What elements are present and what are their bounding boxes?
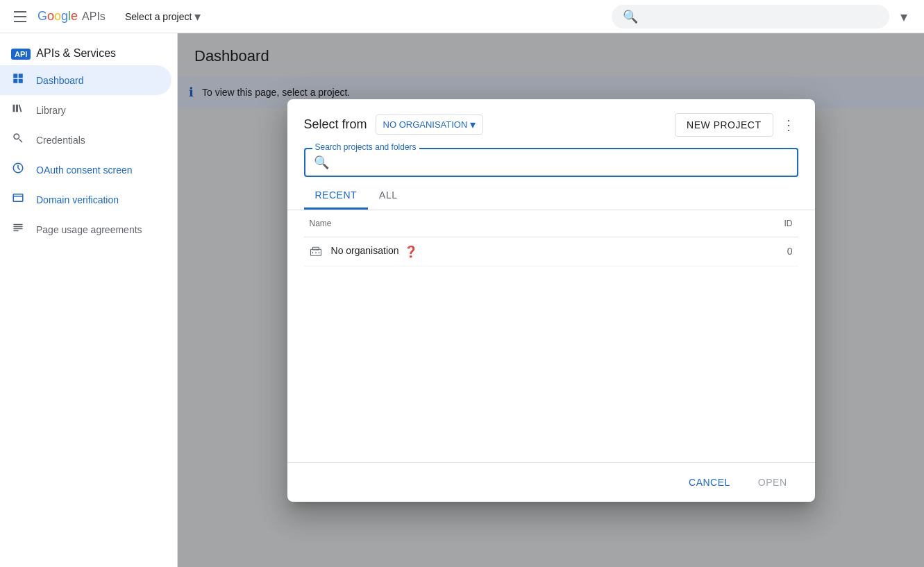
apps-button[interactable]: ▾ — [895, 3, 913, 31]
svg-rect-1 — [19, 74, 23, 78]
row-org-name: No organisation — [331, 245, 399, 256]
search-field-wrapper: 🔍 — [304, 148, 798, 177]
page-usage-icon — [11, 221, 25, 237]
credentials-icon — [11, 132, 25, 148]
dialog-title-group: Select from NO ORGANISATION ▾ — [304, 115, 484, 135]
svg-rect-10 — [312, 247, 319, 250]
app-layout: API APIs & Services Dashboard Library Cr… — [0, 33, 924, 567]
dashboard-icon — [11, 72, 25, 88]
row-id-cell: 0 — [729, 237, 798, 266]
col-header-id: ID — [729, 210, 798, 237]
project-selector-label: Select a project — [125, 11, 192, 22]
apis-text: APIs — [82, 10, 106, 23]
dialog-header: Select from NO ORGANISATION ▾ NEW PROJEC… — [287, 99, 815, 148]
sidebar-item-credentials[interactable]: Credentials — [0, 125, 171, 155]
oauth-icon — [11, 162, 25, 178]
table-row[interactable]: No organisation ❓ 0 — [304, 237, 798, 266]
new-project-button[interactable]: NEW PROJECT — [675, 113, 773, 137]
search-container: Search projects and folders 🔍 — [287, 148, 815, 183]
topbar: Google APIs Select a project ▾ 🔍 ▾ — [0, 0, 924, 33]
sidebar-item-label-domain: Domain verification — [36, 194, 119, 205]
library-icon — [11, 102, 25, 118]
svg-rect-8 — [13, 194, 23, 202]
sidebar-item-dashboard[interactable]: Dashboard — [0, 65, 171, 95]
tab-all[interactable]: ALL — [368, 183, 408, 210]
org-selector-chip[interactable]: NO ORGANISATION ▾ — [376, 115, 484, 135]
sidebar-item-library[interactable]: Library — [0, 95, 171, 125]
tab-recent[interactable]: RECENT — [304, 183, 369, 210]
col-header-name: Name — [304, 210, 730, 237]
sidebar-item-label-library: Library — [36, 105, 66, 116]
open-button: OPEN — [747, 471, 798, 493]
select-project-dialog: Select from NO ORGANISATION ▾ NEW PROJEC… — [287, 99, 815, 502]
dialog-tabs: RECENT ALL — [287, 183, 815, 210]
sidebar-item-page-usage[interactable]: Page usage agreements — [0, 214, 171, 244]
search-field-label: Search projects and folders — [312, 142, 419, 152]
svg-point-6 — [14, 134, 19, 139]
search-field-icon: 🔍 — [314, 155, 329, 170]
more-options-button[interactable]: ⋮ — [779, 114, 798, 136]
sidebar-item-domain[interactable]: Domain verification — [0, 185, 171, 214]
topbar-right: 🔍 ▾ — [612, 3, 913, 31]
projects-table: Name ID No organisation — [304, 210, 798, 266]
sidebar-item-label-page-usage: Page usage agreements — [36, 224, 142, 235]
dialog-footer: CANCEL OPEN — [287, 462, 815, 502]
projects-table-container: Name ID No organisation — [287, 210, 815, 462]
cancel-button[interactable]: CANCEL — [678, 471, 741, 493]
dialog-overlay: Select from NO ORGANISATION ▾ NEW PROJEC… — [178, 33, 924, 567]
project-selector[interactable]: Select a project ▾ — [119, 6, 207, 27]
api-badge: API — [11, 49, 31, 60]
org-chip-arrow: ▾ — [470, 118, 476, 131]
help-icon[interactable]: ❓ — [404, 246, 418, 257]
project-dropdown-arrow: ▾ — [194, 9, 201, 24]
dialog-header-actions: NEW PROJECT ⋮ — [675, 113, 798, 137]
google-apis-logo: Google APIs — [37, 9, 106, 24]
main-content: Dashboard ℹ To view this page, select a … — [178, 33, 924, 567]
row-name-cell: No organisation ❓ — [304, 237, 730, 266]
hamburger-menu[interactable] — [11, 8, 29, 25]
sidebar-item-label-dashboard: Dashboard — [36, 75, 84, 86]
google-logo: Google — [37, 9, 78, 24]
sidebar-item-oauth[interactable]: OAuth consent screen — [0, 155, 171, 185]
sidebar: API APIs & Services Dashboard Library Cr… — [0, 33, 178, 567]
svg-rect-3 — [19, 79, 23, 83]
row-org-icon — [310, 244, 326, 258]
svg-rect-5 — [16, 105, 18, 112]
svg-rect-2 — [13, 79, 17, 83]
sidebar-header: API APIs & Services — [0, 39, 177, 65]
sidebar-item-label-credentials: Credentials — [36, 135, 85, 146]
domain-icon — [11, 192, 25, 208]
sidebar-title: APIs & Services — [36, 47, 116, 59]
search-projects-input[interactable] — [335, 157, 789, 168]
svg-rect-0 — [13, 74, 17, 78]
top-search-bar[interactable]: 🔍 — [612, 5, 889, 28]
org-chip-label: NO ORGANISATION — [383, 119, 468, 130]
dialog-title-text: Select from — [304, 117, 367, 132]
search-icon: 🔍 — [623, 9, 638, 24]
topbar-left: Google APIs Select a project ▾ — [11, 6, 206, 27]
svg-rect-4 — [13, 105, 15, 112]
sidebar-item-label-oauth: OAuth consent screen — [36, 164, 133, 176]
